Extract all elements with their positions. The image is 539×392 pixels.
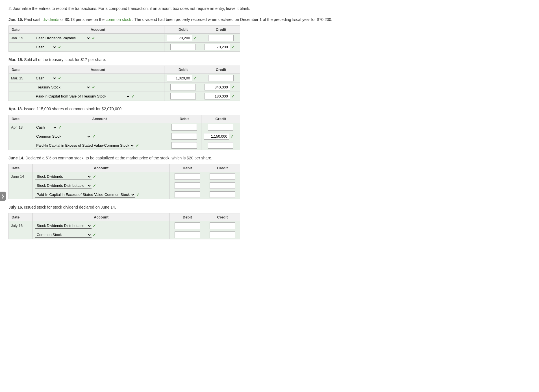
col-header-debit: Debit <box>167 115 201 123</box>
check-icon: ✓ <box>93 224 96 228</box>
account-wrapper: Cash Dividends Payable ✓ <box>34 35 162 41</box>
account-select[interactable]: Cash <box>34 44 57 50</box>
credit-input[interactable] <box>208 75 234 81</box>
debit-cell <box>170 190 205 199</box>
account-select[interactable]: Stock Dividends Distributable <box>35 183 92 189</box>
debit-input[interactable] <box>167 35 192 41</box>
transaction-desc-july16: July 16. Issued stock for stock dividend… <box>8 204 531 210</box>
date-cell: Jan. 15 <box>9 34 32 43</box>
credit-cell <box>205 230 240 239</box>
credit-input[interactable] <box>205 84 230 90</box>
debit-input[interactable] <box>175 173 200 180</box>
transaction-date-label-jan15: Jan. 15. <box>8 17 23 22</box>
debit-input[interactable] <box>167 75 192 81</box>
account-select[interactable]: Stock Dividends Distributable <box>35 223 92 229</box>
account-cell: Common Stock ✓ <box>32 230 170 239</box>
credit-check-icon: ✓ <box>231 85 234 90</box>
account-wrapper: Stock Dividends Distributable ✓ <box>35 183 168 189</box>
transaction-date-label-june14: June 14. <box>8 156 24 160</box>
debit-input[interactable] <box>175 191 200 198</box>
credit-check-icon: ✓ <box>230 134 234 139</box>
transaction-desc-june14: June 14. Declared a 5% on common stock, … <box>8 155 531 161</box>
check-icon: ✓ <box>131 94 135 99</box>
credit-cell <box>205 181 240 190</box>
account-wrapper: Stock Dividends Distributable ✓ <box>35 223 168 229</box>
col-header-credit: Credit <box>205 213 240 221</box>
transaction-date-label-mar15: Mar. 15. <box>8 57 23 62</box>
sidebar-toggle[interactable]: ❯ <box>0 192 6 201</box>
date-cell <box>9 181 33 190</box>
credit-cell <box>205 190 240 199</box>
credit-input[interactable] <box>205 93 230 99</box>
account-cell: Treasury Stock ✓ <box>32 83 164 92</box>
table-row: Paid-In Capital in Excess of Stated Valu… <box>9 190 240 199</box>
account-select[interactable]: Common Stock <box>34 134 91 139</box>
account-select[interactable]: Paid-In Capital in Excess of Stated Valu… <box>35 192 135 198</box>
debit-input[interactable] <box>170 84 196 90</box>
debit-cell <box>170 181 205 190</box>
table-row: Paid-In Capital from Sale of Treasury St… <box>9 92 240 101</box>
date-cell: Mar. 15 <box>9 74 32 83</box>
debit-input[interactable] <box>170 93 196 99</box>
credit-input[interactable] <box>210 182 235 189</box>
debit-cell <box>170 172 205 181</box>
col-header-account: Account <box>32 213 170 221</box>
credit-input[interactable] <box>208 35 234 41</box>
debit-input[interactable] <box>171 133 197 140</box>
col-header-debit: Debit <box>170 164 205 172</box>
table-row: Jan. 15 Cash Dividends Payable ✓ ✓ <box>9 34 240 43</box>
account-select[interactable]: Common Stock <box>35 232 92 238</box>
debit-input[interactable] <box>171 124 197 131</box>
transaction-date-label-apr13: Apr. 13. <box>8 107 23 111</box>
col-header-account: Account <box>32 164 170 172</box>
credit-input[interactable] <box>208 142 233 149</box>
debit-input[interactable] <box>175 222 200 229</box>
account-select[interactable]: Stock Dividends <box>35 174 92 179</box>
debit-input[interactable] <box>170 44 196 50</box>
debit-input[interactable] <box>175 182 200 189</box>
date-cell <box>9 141 32 150</box>
check-icon: ✓ <box>92 134 95 139</box>
check-icon: ✓ <box>92 36 95 40</box>
account-select[interactable]: Paid-In Capital from Sale of Treasury St… <box>34 94 130 99</box>
account-select[interactable]: Treasury Stock <box>34 85 91 90</box>
credit-cell <box>205 221 240 230</box>
check-icon: ✓ <box>136 143 139 148</box>
check-icon: ✓ <box>136 192 140 197</box>
credit-input[interactable] <box>210 231 235 238</box>
date-cell <box>9 83 32 92</box>
transaction-desc-mar15: Mar. 15. Sold all of the treasury stock … <box>8 57 531 63</box>
date-cell <box>9 190 33 199</box>
account-select[interactable]: Cash <box>34 125 57 130</box>
credit-input[interactable] <box>210 222 235 229</box>
credit-input[interactable] <box>204 133 229 140</box>
debit-cell <box>170 230 205 239</box>
credit-input[interactable] <box>208 124 233 131</box>
credit-cell: ✓ <box>201 132 240 141</box>
account-cell: Common Stock ✓ <box>32 132 167 141</box>
dividends-link[interactable]: dividends <box>43 17 59 22</box>
transaction-apr13: Apr. 13. Issued 115,000 shares of common… <box>8 106 531 150</box>
credit-cell <box>201 141 240 150</box>
table-row: June 14 Stock Dividends ✓ <box>9 172 240 181</box>
table-row: Stock Dividends Distributable ✓ <box>9 181 240 190</box>
check-icon: ✓ <box>93 174 96 179</box>
transaction-desc-jan15: Jan. 15. Paid cash dividends of $0.13 pe… <box>8 17 531 23</box>
debit-input[interactable] <box>175 231 200 238</box>
col-header-debit: Debit <box>164 66 202 74</box>
account-wrapper: Paid-In Capital from Sale of Treasury St… <box>34 94 162 99</box>
account-select[interactable]: Cash <box>34 75 57 81</box>
account-wrapper: Stock Dividends ✓ <box>35 174 168 179</box>
account-select[interactable]: Cash Dividends Payable <box>34 35 91 41</box>
check-icon: ✓ <box>92 85 95 90</box>
account-cell: Paid-In Capital in Excess of Stated Valu… <box>32 141 167 150</box>
debit-input[interactable] <box>171 142 197 149</box>
col-header-credit: Credit <box>201 115 240 123</box>
credit-input[interactable] <box>205 44 230 50</box>
col-header-credit: Credit <box>205 164 240 172</box>
credit-input[interactable] <box>210 173 235 180</box>
date-cell <box>9 92 32 101</box>
common-stock-link[interactable]: common stock <box>106 17 131 22</box>
account-select[interactable]: Paid-In Capital in Excess of Stated Valu… <box>34 143 134 148</box>
credit-input[interactable] <box>210 191 235 198</box>
